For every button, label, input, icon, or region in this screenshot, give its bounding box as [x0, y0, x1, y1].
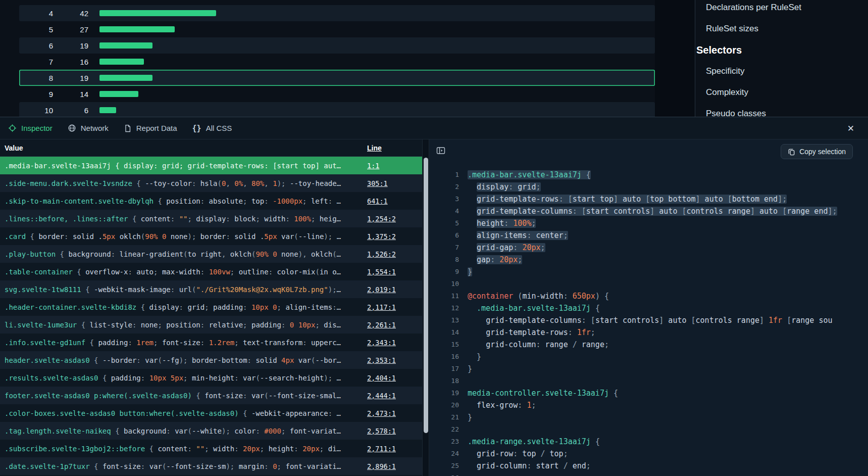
bucket-label: 4 — [19, 9, 53, 18]
code-line: 9} — [429, 266, 868, 278]
tab-label: Inspector — [21, 124, 53, 132]
chart-row-5[interactable]: 527 — [19, 21, 655, 37]
rule-table-body: .media-bar.svelte-13aai7j { display: gri… — [0, 157, 422, 476]
count-bar — [99, 107, 116, 113]
line-number: 3 — [429, 193, 459, 205]
count-label: 14 — [53, 90, 88, 99]
line-link[interactable]: 2,473:1 — [367, 409, 396, 417]
rule-value: .card { border: solid .5px oklch(90% 0 n… — [5, 232, 364, 241]
chart-row-8[interactable]: 819 — [19, 70, 655, 86]
count-bar — [99, 10, 216, 16]
bucket-label: 5 — [19, 25, 53, 34]
line-link[interactable]: 2,343:1 — [367, 339, 396, 347]
chart-row-6[interactable]: 619 — [19, 37, 655, 54]
rule-row[interactable]: .color-boxes.svelte-asdas0 button:where(… — [0, 404, 422, 422]
rule-row[interactable]: .skip-to-main-content.svelte-dbylqh { po… — [0, 192, 422, 210]
line-link[interactable]: 2,896:1 — [367, 462, 396, 470]
nav-item-ruleset-sizes[interactable]: RuleSet sizes — [696, 18, 868, 39]
line-link[interactable]: 2,444:1 — [367, 392, 396, 400]
nav-heading-selectors[interactable]: Selectors — [696, 39, 868, 61]
tab-all-css[interactable]: {}All CSS — [192, 124, 232, 133]
rule-row[interactable]: .lines::before, .lines::after { content:… — [0, 210, 422, 227]
count-bar — [99, 59, 144, 65]
line-number: 16 — [429, 351, 459, 363]
line-number: 4 — [429, 205, 459, 217]
all-css-icon: {} — [192, 124, 201, 133]
code-view[interactable]: 1.media-bar.svelte-13aai7j {2 display: g… — [429, 164, 868, 476]
code-line: 13 grid-template-columns: [start control… — [429, 314, 868, 326]
line-number: 15 — [429, 339, 459, 351]
count-label: 42 — [53, 9, 88, 18]
panel-toggle-button[interactable] — [436, 146, 445, 157]
rule-value: svg.svelte-1tw8111 { -webkit-mask-image:… — [5, 285, 364, 294]
line-link[interactable]: 2,578:1 — [367, 427, 396, 435]
code-line: 12 .media-bar.svelte-13aai7j { — [429, 302, 868, 314]
chart-row-9[interactable]: 914 — [19, 86, 655, 102]
chart-row-10[interactable]: 106 — [19, 102, 655, 117]
report-sidebar: Declarations per RuleSetRuleSet sizesSel… — [695, 0, 868, 117]
rule-row[interactable]: .results.svelte-asdas0 { padding: 10px 5… — [0, 369, 422, 387]
inspector-tabbar: InspectorNetworkReport Data{}All CSS — [0, 117, 868, 139]
tab-report-data[interactable]: Report Data — [124, 124, 177, 132]
line-link[interactable]: 2,353:1 — [367, 356, 396, 364]
report-view: 442527619716819914106 Declarations per R… — [0, 0, 868, 117]
bucket-label: 10 — [19, 106, 53, 115]
line-link[interactable]: 305:1 — [367, 179, 388, 187]
line-link[interactable]: 2,404:1 — [367, 374, 396, 382]
code-line: 26 — [429, 472, 868, 476]
column-header-line[interactable]: Line — [367, 144, 382, 152]
line-link[interactable]: 1:1 — [367, 162, 379, 170]
line-number: 12 — [429, 302, 459, 314]
nav-item-declarations-per-ruleset[interactable]: Declarations per RuleSet — [696, 0, 868, 18]
ruleset-size-chart: 442527619716819914106 — [0, 0, 655, 117]
close-button[interactable] — [847, 123, 854, 133]
rule-row[interactable]: .subscribe.svelte-13gboj2::before { cont… — [0, 440, 422, 457]
count-label: 6 — [53, 106, 88, 115]
line-number: 10 — [429, 278, 459, 290]
rule-row[interactable]: .card { border: solid .5px oklch(90% 0 n… — [0, 227, 422, 245]
rule-table-header: Value Line — [0, 139, 422, 157]
line-link[interactable]: 2,711:1 — [367, 445, 396, 453]
close-icon — [847, 123, 854, 133]
line-link[interactable]: 1,254:2 — [367, 215, 396, 223]
line-link[interactable]: 1,526:2 — [367, 250, 396, 258]
line-number: 24 — [429, 448, 459, 460]
tab-network[interactable]: Network — [68, 124, 109, 132]
code-line: 10 — [429, 278, 868, 290]
rule-row[interactable]: footer.svelte-asdas0 p:where(.svelte-asd… — [0, 387, 422, 404]
nav-item-specificity[interactable]: Specificity — [696, 61, 868, 82]
rule-value: header.svelte-asdas0 { --border: var(--f… — [5, 356, 364, 364]
code-panel: Copy selection 1.media-bar.svelte-13aai7… — [429, 139, 868, 476]
chart-row-7[interactable]: 716 — [19, 54, 655, 70]
copy-icon — [788, 148, 795, 156]
rule-row[interactable]: header.svelte-asdas0 { --border: var(--f… — [0, 351, 422, 369]
rule-row[interactable]: li.svelte-1ume3ur { list-style: none; po… — [0, 316, 422, 334]
line-link[interactable]: 2,019:1 — [367, 285, 396, 294]
rule-row[interactable]: .side-menu.dark.svelte-1vsndze { --toy-c… — [0, 174, 422, 192]
code-line: 3 grid-template-rows: [start top] auto [… — [429, 193, 868, 205]
rule-row[interactable]: svg.svelte-1tw8111 { -webkit-mask-image:… — [0, 280, 422, 298]
chart-row-4[interactable]: 442 — [19, 5, 655, 21]
tab-inspector[interactable]: Inspector — [8, 124, 53, 132]
rule-row[interactable]: .info.svelte-gd1unf { padding: 1rem; fon… — [0, 334, 422, 351]
count-label: 16 — [53, 58, 88, 66]
line-link[interactable]: 2,117:1 — [367, 303, 396, 311]
line-link[interactable]: 2,261:1 — [367, 321, 396, 329]
rule-row[interactable]: .tag.length.svelte-naikeq { background: … — [0, 422, 422, 440]
line-link[interactable]: 1,554:1 — [367, 268, 396, 276]
nav-item-complexity[interactable]: Complexity — [696, 82, 868, 103]
nav-item-pseudo-classes[interactable]: Pseudo classes — [696, 103, 868, 117]
rule-row[interactable]: .media-bar.svelte-13aai7j { display: gri… — [0, 157, 422, 174]
rule-row[interactable]: .header-container.svelte-kbdi8z { displa… — [0, 298, 422, 316]
code-line: 6 align-items: center; — [429, 229, 868, 242]
line-link[interactable]: 641:1 — [367, 197, 388, 205]
line-link[interactable]: 1,375:2 — [367, 232, 396, 241]
rule-row[interactable]: .table-container { overflow-x: auto; max… — [0, 263, 422, 280]
rule-value: .color-boxes.svelte-asdas0 button:where(… — [5, 409, 364, 417]
scrollbar-thumb[interactable] — [424, 158, 428, 433]
line-number: 14 — [429, 326, 459, 339]
rule-row[interactable]: .play-button { background: linear-gradie… — [0, 245, 422, 263]
table-scrollbar[interactable] — [422, 139, 429, 476]
copy-selection-button[interactable]: Copy selection — [781, 144, 853, 159]
rule-row[interactable]: .date.svelte-1p7tuxr { font-size: var(--… — [0, 457, 422, 475]
